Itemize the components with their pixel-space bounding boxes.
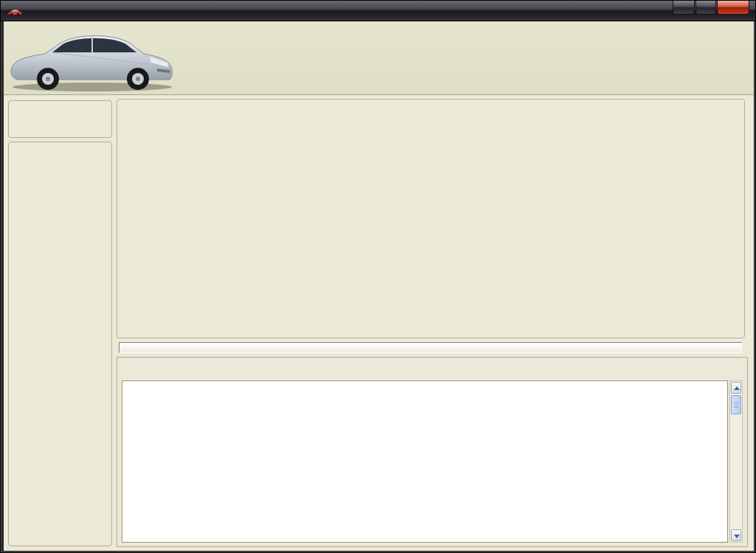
progress-bar xyxy=(119,342,742,353)
question-group xyxy=(117,99,745,338)
close-button[interactable] xyxy=(717,1,749,15)
header-banner xyxy=(4,21,754,95)
scroll-up-icon xyxy=(734,386,740,390)
scroll-thumb[interactable] xyxy=(731,395,741,414)
contact-info xyxy=(705,76,743,87)
scroll-thumb-grip-icon xyxy=(734,403,738,408)
car-image xyxy=(5,24,179,94)
window-content xyxy=(4,21,754,551)
minimize-button[interactable] xyxy=(673,1,695,15)
scroll-up-button[interactable] xyxy=(731,382,741,394)
app-window xyxy=(0,0,756,553)
sidebar-nav xyxy=(8,142,112,546)
scroll-down-icon xyxy=(734,535,740,538)
bottom-panel xyxy=(117,357,748,547)
title-bar[interactable] xyxy=(1,1,755,21)
question-grid xyxy=(122,380,728,543)
timer-group xyxy=(8,100,112,138)
scroll-down-button[interactable] xyxy=(731,529,741,541)
grid-scrollbar[interactable] xyxy=(729,380,743,543)
app-icon xyxy=(7,6,22,16)
maximize-button[interactable] xyxy=(696,1,716,15)
